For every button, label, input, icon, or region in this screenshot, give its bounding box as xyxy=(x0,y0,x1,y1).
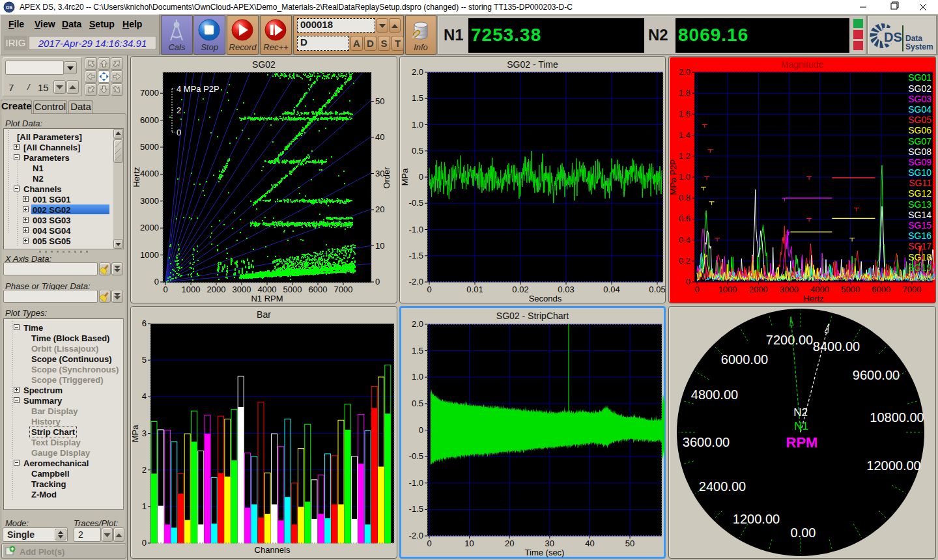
svg-text:SG18: SG18 xyxy=(908,252,931,262)
svg-text:5: 5 xyxy=(142,355,147,365)
svg-text:0.01: 0.01 xyxy=(466,285,483,294)
svg-text:4: 4 xyxy=(142,391,147,401)
svg-text:3000: 3000 xyxy=(233,285,251,294)
svg-text:MPa: MPa xyxy=(400,168,410,186)
svg-text:4000: 4000 xyxy=(258,285,277,294)
svg-text:-0.5: -0.5 xyxy=(409,451,423,461)
svg-text:0: 0 xyxy=(375,277,380,287)
svg-text:2000: 2000 xyxy=(140,223,159,232)
svg-text:1.4: 1.4 xyxy=(679,130,690,140)
svg-text:7000: 7000 xyxy=(903,285,922,294)
svg-text:1.0: 1.0 xyxy=(412,372,423,382)
svg-text:SG01: SG01 xyxy=(908,72,931,83)
svg-text:Hertz: Hertz xyxy=(132,167,141,187)
svg-text:SG07: SG07 xyxy=(908,136,931,147)
svg-text:1000: 1000 xyxy=(140,250,159,260)
svg-text:7200.00: 7200.00 xyxy=(766,333,813,347)
svg-text:DS: DS xyxy=(6,5,12,10)
svg-text:0.5: 0.5 xyxy=(412,146,423,156)
svg-text:-2.0: -2.0 xyxy=(409,277,423,287)
svg-text:10: 10 xyxy=(375,241,384,251)
svg-text:0: 0 xyxy=(163,285,167,294)
svg-text:RPM: RPM xyxy=(786,434,818,451)
svg-text:1.5: 1.5 xyxy=(412,93,423,103)
svg-text:-0.5: -0.5 xyxy=(409,198,423,208)
svg-text:0: 0 xyxy=(142,538,147,548)
svg-text:1000: 1000 xyxy=(718,285,737,294)
svg-text:System: System xyxy=(905,42,933,51)
svg-text:50: 50 xyxy=(625,539,634,548)
svg-text:Hertz: Hertz xyxy=(803,294,823,303)
svg-text:SG06: SG06 xyxy=(908,125,931,135)
svg-text:0: 0 xyxy=(419,172,423,182)
svg-text:1.5: 1.5 xyxy=(412,346,423,356)
svg-text:0.05: 0.05 xyxy=(649,285,665,294)
svg-text:3000: 3000 xyxy=(140,196,159,206)
svg-text:SG12: SG12 xyxy=(908,188,931,199)
svg-text:5000: 5000 xyxy=(841,285,860,294)
svg-text:6000: 6000 xyxy=(309,285,328,294)
svg-text:SG11: SG11 xyxy=(909,178,931,188)
svg-text:3: 3 xyxy=(142,428,147,438)
svg-text:2.0: 2.0 xyxy=(679,67,690,77)
svg-text:2400.00: 2400.00 xyxy=(699,479,746,494)
svg-text:SG02: SG02 xyxy=(908,83,931,94)
svg-text:-2.0: -2.0 xyxy=(409,531,423,540)
svg-text:SG16: SG16 xyxy=(908,231,931,241)
svg-text:SG20: SG20 xyxy=(908,273,931,283)
svg-text:0: 0 xyxy=(427,539,431,548)
svg-text:5000: 5000 xyxy=(283,285,302,294)
svg-text:0.02: 0.02 xyxy=(512,285,528,294)
svg-text:10: 10 xyxy=(464,539,474,548)
svg-text:30: 30 xyxy=(545,539,554,548)
svg-text:2000: 2000 xyxy=(749,285,768,294)
svg-text:SG14: SG14 xyxy=(908,210,931,220)
svg-text:8400.00: 8400.00 xyxy=(813,339,860,354)
svg-text:0.8: 0.8 xyxy=(679,193,690,203)
svg-text:3600.00: 3600.00 xyxy=(683,435,730,449)
svg-text:0.4: 0.4 xyxy=(679,235,690,245)
svg-text:4 MPa P2P: 4 MPa P2P xyxy=(177,84,220,94)
svg-text:1.6: 1.6 xyxy=(679,109,690,119)
svg-text:1200.00: 1200.00 xyxy=(733,512,780,526)
svg-text:2000: 2000 xyxy=(207,285,226,294)
svg-text:N2: N2 xyxy=(793,406,808,419)
svg-text:9600.00: 9600.00 xyxy=(853,368,900,382)
svg-text:0.03: 0.03 xyxy=(558,285,574,294)
svg-text:-1.5: -1.5 xyxy=(409,251,423,260)
svg-text:Time (sec): Time (sec) xyxy=(525,548,565,557)
svg-text:-1.0: -1.0 xyxy=(409,225,423,234)
svg-text:1: 1 xyxy=(142,501,147,511)
svg-text:6000.00: 6000.00 xyxy=(721,352,768,367)
svg-text:-1.0: -1.0 xyxy=(409,478,423,488)
svg-text:0.2: 0.2 xyxy=(679,256,690,266)
svg-text:0: 0 xyxy=(686,277,690,287)
svg-text:2: 2 xyxy=(142,465,147,475)
svg-text:0.04: 0.04 xyxy=(603,285,619,294)
svg-text:0: 0 xyxy=(177,128,181,137)
svg-text:SG19: SG19 xyxy=(908,262,931,273)
svg-text:3000: 3000 xyxy=(780,285,799,294)
svg-text:40: 40 xyxy=(375,132,384,142)
svg-text:1.8: 1.8 xyxy=(679,88,690,98)
svg-text:2: 2 xyxy=(177,105,181,115)
svg-text:1000: 1000 xyxy=(182,285,201,294)
svg-text:7000: 7000 xyxy=(140,88,159,98)
svg-text:MPa P2P: MPa P2P xyxy=(669,160,678,195)
svg-text:0: 0 xyxy=(427,285,431,294)
svg-text:50: 50 xyxy=(375,96,384,106)
svg-text:SG05: SG05 xyxy=(908,115,931,125)
svg-text:0: 0 xyxy=(154,277,159,287)
svg-text:0: 0 xyxy=(419,425,423,435)
svg-text:20: 20 xyxy=(505,539,514,548)
svg-text:N1 RPM: N1 RPM xyxy=(251,294,283,303)
svg-text:5000: 5000 xyxy=(140,142,159,152)
svg-text:SG13: SG13 xyxy=(908,199,931,210)
svg-text:Data: Data xyxy=(905,34,922,43)
svg-text:N1: N1 xyxy=(794,420,808,432)
svg-text:SG10: SG10 xyxy=(908,167,931,178)
svg-text:7000: 7000 xyxy=(334,285,353,294)
svg-text:0.5: 0.5 xyxy=(412,399,423,408)
svg-text:0.00: 0.00 xyxy=(791,525,816,540)
svg-text:12000.00: 12000.00 xyxy=(866,458,920,473)
